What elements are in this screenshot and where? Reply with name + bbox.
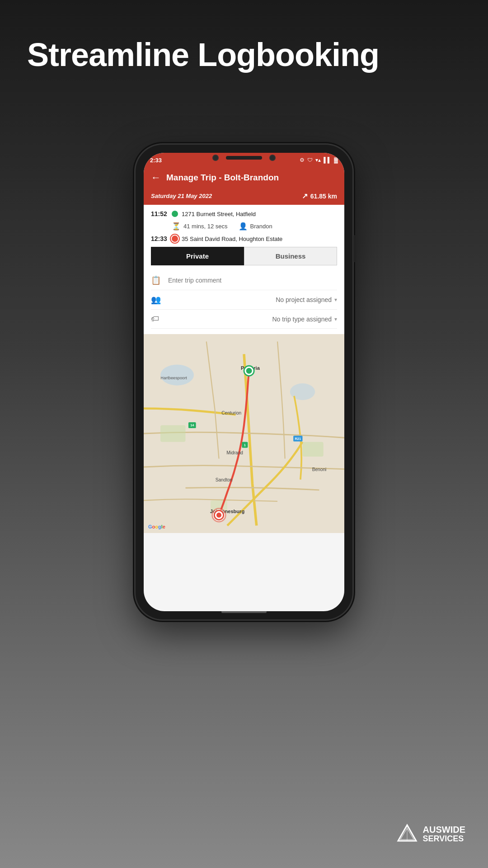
camera-dot-left [212,155,219,161]
wifi-icon: ▾▴ [315,157,321,163]
trip-type-chevron-icon: ▾ [334,316,337,322]
svg-point-1 [160,364,194,385]
svg-text:14: 14 [190,423,194,427]
trip-date: Saturday 21 May 2022 [151,193,212,199]
brand-tagline: SERVICES [423,835,465,844]
svg-text:Sandton: Sandton [216,477,233,482]
trip-type-label: No trip type assigned [272,316,332,323]
trip-info-bar: Saturday 21 May 2022 ↗ 61.85 km [144,189,344,205]
svg-text:1: 1 [244,443,246,447]
start-time: 11:52 [151,210,168,217]
trend-icon: ↗ [302,192,308,200]
speaker-bar [226,156,262,160]
end-time: 12:33 [151,235,168,242]
svg-point-20 [246,368,252,374]
svg-rect-4 [303,442,324,457]
business-toggle[interactable]: Business [244,247,337,265]
project-selector[interactable]: No project assigned ▾ [168,296,337,303]
driver-item: 👤 Brandon [239,222,272,231]
battery-icon: ▓ [334,157,338,163]
signal-icon: ▌▌ [324,157,331,163]
phone-frame: 2:33 ⚙ 🛡 ▾▴ ▌▌ ▓ ← Manage Trip - Bolt-Br… [136,145,352,619]
status-time: 2:33 [150,157,162,164]
comment-icon: 📋 [151,275,163,285]
page-title: Streamline Logbooking [27,36,379,73]
trip-type-row[interactable]: 🏷 No trip type assigned ▾ [151,310,337,329]
svg-point-23 [216,513,221,518]
brand-logo-icon [396,823,418,845]
trip-distance: ↗ 61.85 km [302,192,337,200]
svg-text:Benoni: Benoni [312,467,327,472]
distance-value: 61.85 km [310,193,337,200]
svg-rect-3 [160,425,186,442]
trip-type-selector[interactable]: No trip type assigned ▾ [168,316,337,323]
start-address: 1271 Burnett Street, Hatfield [182,211,337,217]
map-area: 14 1 R21 Pretoria Centurion Midrand Sand… [144,334,344,533]
project-icon: 👥 [151,295,163,305]
trip-type-toggle: Private Business [151,247,337,265]
camera-dot-right [269,155,276,161]
status-icons: ⚙ 🛡 ▾▴ ▌▌ ▓ [300,157,338,163]
driver-name: Brandon [250,223,272,230]
tag-icon: 🏷 [151,314,163,324]
start-dot [172,211,178,217]
trip-meta-row: ⏳ 41 mins, 12 secs 👤 Brandon [151,220,337,235]
project-chevron-icon: ▾ [334,297,337,303]
header-title: Manage Trip - Bolt-Brandon [166,173,279,183]
app-header: ← Manage Trip - Bolt-Brandon [144,167,344,189]
private-toggle[interactable]: Private [151,247,244,265]
comment-input[interactable] [168,277,337,284]
svg-text:Centurion: Centurion [221,410,241,415]
end-location-row: 12:33 35 Saint David Road, Houghton Esta… [151,235,337,242]
duration-item: ⏳ 41 mins, 12 secs [172,222,228,231]
brand-name: AUSWIDE [423,825,465,835]
start-location-row: 11:52 1271 Burnett Street, Hatfield [151,210,337,217]
google-logo: Google [148,524,165,529]
end-address: 35 Saint David Road, Houghton Estate [182,236,337,242]
svg-text:Hartbeespoort: Hartbeespoort [160,376,187,380]
project-row[interactable]: 👥 No project assigned ▾ [151,290,337,310]
branding: AUSWIDE SERVICES [396,823,465,845]
timer-icon: ⏳ [172,222,181,231]
svg-text:R21: R21 [295,437,301,441]
power-button [353,235,356,262]
duration-value: 41 mins, 12 secs [183,223,228,230]
person-icon: 👤 [239,222,248,231]
phone-screen: 2:33 ⚙ 🛡 ▾▴ ▌▌ ▓ ← Manage Trip - Bolt-Br… [144,153,344,611]
content-area: 11:52 1271 Burnett Street, Hatfield ⏳ 41… [144,205,344,334]
project-label: No project assigned [276,296,332,303]
back-button[interactable]: ← [151,172,161,184]
shield-icon: 🛡 [307,157,313,163]
comment-row[interactable]: 📋 [151,271,337,290]
end-dot [172,236,178,242]
settings-icon: ⚙ [300,157,305,163]
svg-text:Midrand: Midrand [226,450,243,455]
